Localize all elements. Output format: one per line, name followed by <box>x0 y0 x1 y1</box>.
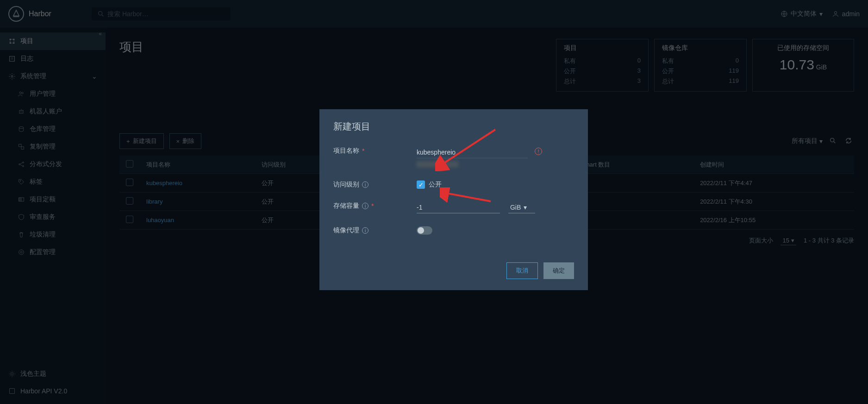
public-checkbox[interactable]: ✓ <box>417 180 425 189</box>
cancel-button[interactable]: 取消 <box>506 262 538 279</box>
field-label: 镜像代理 <box>333 226 359 235</box>
error-icon: ! <box>535 148 542 155</box>
field-label: 存储容量 <box>333 202 359 210</box>
project-name-input[interactable] <box>417 147 528 158</box>
required-marker: * <box>362 147 364 155</box>
modal-title: 新建项目 <box>333 120 574 133</box>
new-project-modal: 新建项目 项目名称* ! 访问级别i ✓ 公开 存储容量i * GiB▾ 镜像代… <box>319 109 588 290</box>
chevron-down-icon: ▾ <box>524 204 527 211</box>
info-icon[interactable]: i <box>362 203 368 209</box>
validation-hint <box>417 161 458 168</box>
quota-unit-select[interactable]: GiB▾ <box>508 202 535 213</box>
info-icon[interactable]: i <box>362 181 368 188</box>
field-label: 访问级别 <box>333 180 359 189</box>
field-label: 项目名称 <box>333 147 359 155</box>
ok-button[interactable]: 确定 <box>543 262 574 279</box>
proxy-toggle[interactable] <box>417 226 432 235</box>
required-marker: * <box>371 202 374 210</box>
checkbox-label: 公开 <box>429 180 442 189</box>
info-icon[interactable]: i <box>362 227 368 234</box>
quota-input[interactable] <box>417 202 500 213</box>
